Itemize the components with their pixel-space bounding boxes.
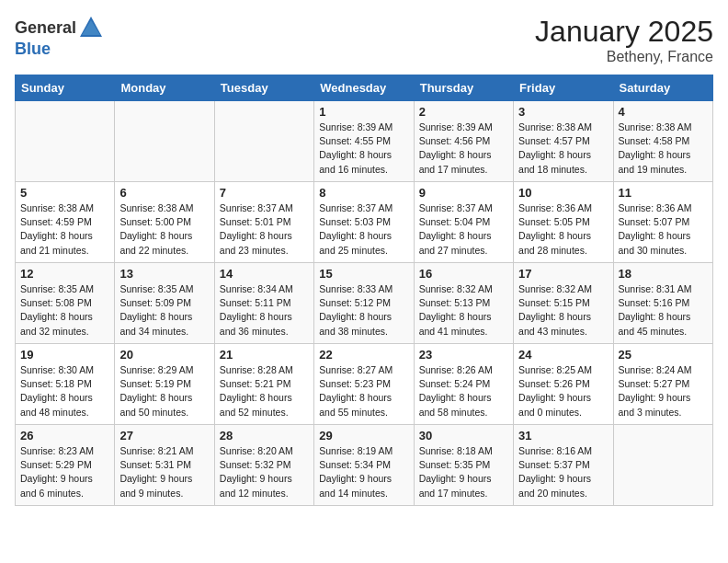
day-info: Sunrise: 8:37 AM Sunset: 5:01 PM Dayligh… <box>220 202 293 256</box>
header-monday: Monday <box>115 75 214 101</box>
day-info: Sunrise: 8:23 AM Sunset: 5:29 PM Dayligh… <box>20 445 94 499</box>
day-info: Sunrise: 8:29 AM Sunset: 5:19 PM Dayligh… <box>119 364 193 418</box>
day-info: Sunrise: 8:24 AM Sunset: 5:27 PM Dayligh… <box>619 364 692 418</box>
title-block: January 2025 Betheny, France <box>535 15 713 65</box>
day-info: Sunrise: 8:30 AM Sunset: 5:18 PM Dayligh… <box>20 364 94 418</box>
logo-general: General <box>15 19 76 36</box>
day-number: 29 <box>319 429 408 442</box>
day-info: Sunrise: 8:33 AM Sunset: 5:12 PM Dayligh… <box>319 283 392 337</box>
calendar-cell: 22Sunrise: 8:27 AM Sunset: 5:23 PM Dayli… <box>314 344 414 425</box>
day-number: 9 <box>419 186 508 200</box>
day-number: 26 <box>20 429 109 442</box>
calendar-cell: 9Sunrise: 8:37 AM Sunset: 5:04 PM Daylig… <box>414 182 513 263</box>
day-info: Sunrise: 8:38 AM Sunset: 4:59 PM Dayligh… <box>20 202 94 256</box>
day-info: Sunrise: 8:32 AM Sunset: 5:15 PM Dayligh… <box>518 283 592 337</box>
day-info: Sunrise: 8:38 AM Sunset: 4:57 PM Dayligh… <box>518 121 592 175</box>
calendar-week-row: 5Sunrise: 8:38 AM Sunset: 4:59 PM Daylig… <box>16 182 713 263</box>
calendar-cell: 7Sunrise: 8:37 AM Sunset: 5:01 PM Daylig… <box>214 182 313 263</box>
day-number: 22 <box>319 348 408 362</box>
day-info: Sunrise: 8:16 AM Sunset: 5:37 PM Dayligh… <box>518 445 592 499</box>
day-number: 4 <box>619 105 708 119</box>
header-saturday: Saturday <box>613 75 712 101</box>
day-number: 23 <box>419 348 508 362</box>
day-number: 5 <box>20 186 109 200</box>
day-info: Sunrise: 8:39 AM Sunset: 4:55 PM Dayligh… <box>319 121 392 175</box>
day-number: 18 <box>619 267 708 281</box>
header-friday: Friday <box>514 75 613 101</box>
day-info: Sunrise: 8:27 AM Sunset: 5:23 PM Dayligh… <box>319 364 392 418</box>
day-number: 3 <box>518 105 608 119</box>
calendar-cell: 8Sunrise: 8:37 AM Sunset: 5:03 PM Daylig… <box>314 182 414 263</box>
day-info: Sunrise: 8:37 AM Sunset: 5:03 PM Dayligh… <box>319 202 392 256</box>
day-number: 13 <box>119 267 209 281</box>
day-number: 8 <box>319 186 408 200</box>
day-number: 14 <box>220 267 309 281</box>
calendar-cell: 23Sunrise: 8:26 AM Sunset: 5:24 PM Dayli… <box>414 344 513 425</box>
calendar-cell: 10Sunrise: 8:36 AM Sunset: 5:05 PM Dayli… <box>514 182 613 263</box>
calendar-cell: 1Sunrise: 8:39 AM Sunset: 4:55 PM Daylig… <box>314 101 414 182</box>
calendar-cell: 17Sunrise: 8:32 AM Sunset: 5:15 PM Dayli… <box>514 263 613 344</box>
day-number: 2 <box>419 105 508 119</box>
day-number: 17 <box>518 267 608 281</box>
calendar-cell: 5Sunrise: 8:38 AM Sunset: 4:59 PM Daylig… <box>16 182 115 263</box>
day-info: Sunrise: 8:32 AM Sunset: 5:13 PM Dayligh… <box>419 283 493 337</box>
day-number: 6 <box>119 186 209 200</box>
day-number: 21 <box>220 348 309 362</box>
calendar-cell: 26Sunrise: 8:23 AM Sunset: 5:29 PM Dayli… <box>16 425 115 506</box>
calendar-cell: 15Sunrise: 8:33 AM Sunset: 5:12 PM Dayli… <box>314 263 414 344</box>
day-info: Sunrise: 8:34 AM Sunset: 5:11 PM Dayligh… <box>220 283 293 337</box>
day-number: 16 <box>419 267 508 281</box>
calendar-week-row: 12Sunrise: 8:35 AM Sunset: 5:08 PM Dayli… <box>16 263 713 344</box>
calendar-cell: 3Sunrise: 8:38 AM Sunset: 4:57 PM Daylig… <box>514 101 613 182</box>
day-info: Sunrise: 8:38 AM Sunset: 5:00 PM Dayligh… <box>119 202 193 256</box>
calendar-cell: 19Sunrise: 8:30 AM Sunset: 5:18 PM Dayli… <box>16 344 115 425</box>
day-info: Sunrise: 8:37 AM Sunset: 5:04 PM Dayligh… <box>419 202 493 256</box>
day-number: 12 <box>20 267 109 281</box>
header-sunday: Sunday <box>16 75 115 101</box>
day-number: 24 <box>518 348 608 362</box>
calendar-cell: 27Sunrise: 8:21 AM Sunset: 5:31 PM Dayli… <box>115 425 214 506</box>
logo: General Blue <box>15 15 104 58</box>
day-info: Sunrise: 8:39 AM Sunset: 4:56 PM Dayligh… <box>419 121 493 175</box>
calendar-header-row: Sunday Monday Tuesday Wednesday Thursday… <box>16 75 713 101</box>
day-info: Sunrise: 8:19 AM Sunset: 5:34 PM Dayligh… <box>319 445 392 499</box>
day-info: Sunrise: 8:21 AM Sunset: 5:31 PM Dayligh… <box>119 445 193 499</box>
calendar-cell <box>613 425 712 506</box>
page-title: January 2025 <box>535 15 713 49</box>
calendar-cell: 18Sunrise: 8:31 AM Sunset: 5:16 PM Dayli… <box>613 263 712 344</box>
day-number: 25 <box>619 348 708 362</box>
header-tuesday: Tuesday <box>214 75 313 101</box>
calendar-cell: 6Sunrise: 8:38 AM Sunset: 5:00 PM Daylig… <box>115 182 214 263</box>
day-info: Sunrise: 8:36 AM Sunset: 5:07 PM Dayligh… <box>619 202 692 256</box>
calendar-week-row: 1Sunrise: 8:39 AM Sunset: 4:55 PM Daylig… <box>16 101 713 182</box>
calendar-cell: 24Sunrise: 8:25 AM Sunset: 5:26 PM Dayli… <box>514 344 613 425</box>
day-info: Sunrise: 8:35 AM Sunset: 5:09 PM Dayligh… <box>119 283 193 337</box>
page-subtitle: Betheny, France <box>535 49 713 65</box>
day-info: Sunrise: 8:28 AM Sunset: 5:21 PM Dayligh… <box>220 364 293 418</box>
calendar-cell: 11Sunrise: 8:36 AM Sunset: 5:07 PM Dayli… <box>613 182 712 263</box>
day-number: 10 <box>518 186 608 200</box>
day-info: Sunrise: 8:38 AM Sunset: 4:58 PM Dayligh… <box>619 121 692 175</box>
calendar-cell: 21Sunrise: 8:28 AM Sunset: 5:21 PM Dayli… <box>214 344 313 425</box>
day-info: Sunrise: 8:20 AM Sunset: 5:32 PM Dayligh… <box>220 445 293 499</box>
calendar-cell: 29Sunrise: 8:19 AM Sunset: 5:34 PM Dayli… <box>314 425 414 506</box>
calendar-week-row: 19Sunrise: 8:30 AM Sunset: 5:18 PM Dayli… <box>16 344 713 425</box>
day-number: 28 <box>220 429 309 442</box>
day-number: 19 <box>20 348 109 362</box>
header: General Blue January 2025 Betheny, Franc… <box>15 15 713 65</box>
calendar-cell: 2Sunrise: 8:39 AM Sunset: 4:56 PM Daylig… <box>414 101 513 182</box>
day-info: Sunrise: 8:31 AM Sunset: 5:16 PM Dayligh… <box>619 283 692 337</box>
logo-blue: Blue <box>15 40 51 58</box>
day-number: 1 <box>319 105 408 119</box>
day-info: Sunrise: 8:35 AM Sunset: 5:08 PM Dayligh… <box>20 283 94 337</box>
day-info: Sunrise: 8:36 AM Sunset: 5:05 PM Dayligh… <box>518 202 592 256</box>
calendar-cell: 30Sunrise: 8:18 AM Sunset: 5:35 PM Dayli… <box>414 425 513 506</box>
day-info: Sunrise: 8:18 AM Sunset: 5:35 PM Dayligh… <box>419 445 493 499</box>
day-number: 27 <box>119 429 209 442</box>
calendar-cell <box>115 101 214 182</box>
calendar-cell: 16Sunrise: 8:32 AM Sunset: 5:13 PM Dayli… <box>414 263 513 344</box>
day-number: 15 <box>319 267 408 281</box>
calendar-cell: 25Sunrise: 8:24 AM Sunset: 5:27 PM Dayli… <box>613 344 712 425</box>
calendar-cell: 13Sunrise: 8:35 AM Sunset: 5:09 PM Dayli… <box>115 263 214 344</box>
calendar-cell: 20Sunrise: 8:29 AM Sunset: 5:19 PM Dayli… <box>115 344 214 425</box>
